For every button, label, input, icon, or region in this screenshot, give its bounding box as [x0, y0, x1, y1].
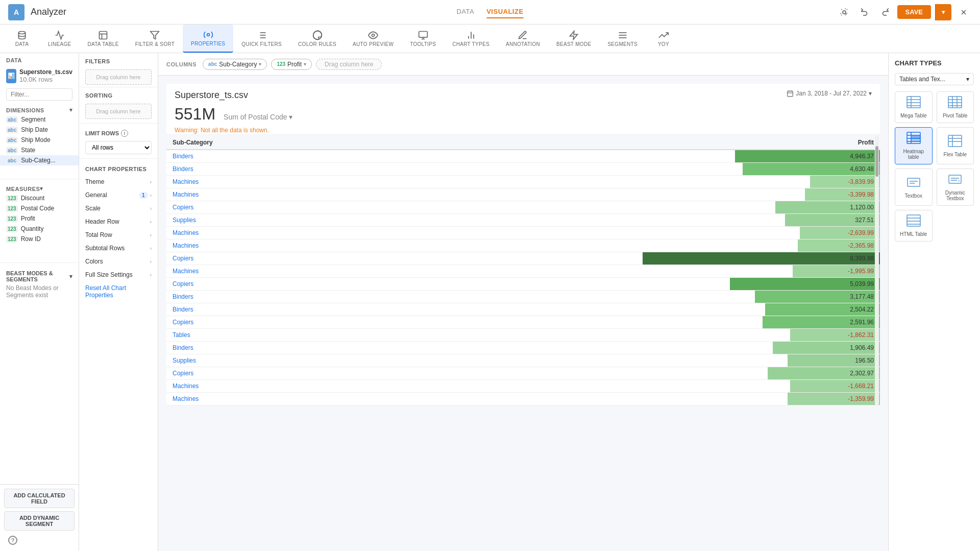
- subcategory-cell[interactable]: Binders: [166, 342, 630, 354]
- chart-summary-label[interactable]: Sum of Postal Code ▾: [224, 113, 292, 121]
- toolbar-yoy[interactable]: YOY: [646, 25, 681, 53]
- chart-prop-full-size[interactable]: Full Size Settings ›: [79, 268, 158, 281]
- chart-types-title: CHART TYPES: [895, 59, 974, 67]
- chart-type-flex-table[interactable]: Flex Table: [937, 127, 974, 164]
- chart-prop-theme[interactable]: Theme ›: [79, 175, 158, 188]
- toolbar-tooltips[interactable]: TOOLTIPS: [402, 25, 444, 53]
- subcategory-cell[interactable]: Binders: [166, 291, 630, 303]
- profit-cell: 8,399.98: [630, 252, 880, 265]
- subcategory-cell[interactable]: Copiers: [166, 367, 630, 380]
- chart-type-pivot-table[interactable]: Pivot Table: [937, 91, 974, 123]
- chart-prop-scale[interactable]: Scale ›: [79, 202, 158, 215]
- add-dynamic-segment-button[interactable]: ADD DYNAMIC SEGMENT: [4, 511, 75, 531]
- chart-prop-header-row[interactable]: Header Row ›: [79, 215, 158, 228]
- dim-item-state[interactable]: abc State: [0, 145, 79, 155]
- nav-visualize[interactable]: VISUALIZE: [486, 6, 523, 18]
- subcategory-cell[interactable]: Binders: [166, 303, 630, 316]
- svg-rect-50: [908, 178, 920, 186]
- measure-item-discount[interactable]: 123 Discount: [0, 193, 79, 203]
- measure-item-quantity[interactable]: 123 Quantity: [0, 224, 79, 234]
- profit-value: 2,591.96: [850, 319, 874, 326]
- subcategory-cell[interactable]: Machines: [166, 380, 630, 393]
- profit-cell: -2,639.99: [630, 227, 880, 239]
- subcategory-cell[interactable]: Machines: [166, 176, 630, 188]
- subcategory-cell[interactable]: Copiers: [166, 278, 630, 291]
- limit-rows-select[interactable]: All rows Top 10 Top 25 Top 100: [85, 141, 152, 154]
- redo-button[interactable]: [877, 4, 893, 20]
- subcategory-cell[interactable]: Copiers: [166, 252, 630, 265]
- subcategory-cell[interactable]: Machines: [166, 265, 630, 278]
- dim-item-shipdate[interactable]: abc Ship Date: [0, 125, 79, 135]
- save-dropdown-button[interactable]: ▾: [935, 4, 951, 20]
- date-range[interactable]: Jan 3, 2018 - Jul 27, 2022 ▾: [787, 90, 872, 97]
- toolbar-filter-sort[interactable]: FILTER & SORT: [127, 25, 183, 53]
- measure-item-postalcode[interactable]: 123 Postal Code: [0, 203, 79, 213]
- data-section-title[interactable]: DATA: [6, 57, 72, 63]
- dim-item-subcategory[interactable]: abc Sub-Categ...: [0, 155, 79, 165]
- toolbar-annotation[interactable]: ANNOTATION: [498, 25, 548, 53]
- close-button[interactable]: [955, 4, 972, 20]
- textbox-icon: [906, 176, 921, 191]
- toolbar-chart-types[interactable]: CHART TYPES: [444, 25, 498, 53]
- subcategory-cell[interactable]: Machines: [166, 239, 630, 252]
- subcategory-cell[interactable]: Tables: [166, 329, 630, 342]
- subcategory-cell[interactable]: Binders: [166, 150, 630, 163]
- toolbar-segments[interactable]: SEGMENTS: [599, 25, 646, 53]
- undo-button[interactable]: [856, 4, 873, 20]
- search-input[interactable]: [6, 88, 72, 101]
- toolbar-auto-preview[interactable]: AUTO PREVIEW: [345, 25, 402, 53]
- subcategory-cell[interactable]: Machines: [166, 227, 630, 239]
- chart-prop-general[interactable]: General 1 ›: [79, 188, 158, 202]
- profit-column-pill[interactable]: 123 Profit ▾: [271, 59, 312, 70]
- subcategory-cell[interactable]: Machines: [166, 188, 630, 201]
- limit-rows-info-icon: i: [121, 130, 128, 137]
- profit-value: 1,120.00: [850, 204, 874, 211]
- profit-cell: 3,177.48: [630, 291, 880, 303]
- toolbar-color-rules[interactable]: COLOR RULES: [290, 25, 345, 53]
- chart-types-dropdown[interactable]: Tables and Tex... ▾: [895, 73, 974, 85]
- profit-cell: -1,862.31: [630, 329, 880, 342]
- dim-item-shipmode[interactable]: abc Ship Mode: [0, 135, 79, 145]
- chart-type-mega-table[interactable]: Mega Table: [895, 91, 933, 123]
- measure-item-rowid[interactable]: 123 Row ID: [0, 234, 79, 244]
- chart-type-heatmap-table[interactable]: Heatmap table: [895, 127, 933, 164]
- chart-prop-colors[interactable]: Colors ›: [79, 255, 158, 268]
- measure-item-profit[interactable]: 123 Profit: [0, 213, 79, 224]
- add-calculated-field-button[interactable]: ADD CALCULATED FIELD: [4, 489, 75, 508]
- chart-prop-subtotal-rows[interactable]: Subtotal Rows ›: [79, 242, 158, 255]
- dimensions-section-title[interactable]: DIMENSIONS ▾: [6, 107, 72, 113]
- save-button[interactable]: SAVE: [897, 5, 931, 19]
- reset-chart-properties-link[interactable]: Reset All Chart Properties: [79, 281, 158, 302]
- measure-label-profit: Profit: [21, 215, 35, 222]
- toolbar-data-table[interactable]: DATA TABLE: [79, 25, 127, 53]
- subcategory-column-pill[interactable]: abc Sub-Category ▾: [203, 59, 267, 70]
- subcategory-cell[interactable]: Copiers: [166, 316, 630, 329]
- nav-data[interactable]: DATA: [456, 6, 474, 18]
- subcategory-cell[interactable]: Copiers: [166, 201, 630, 214]
- chart-type-textbox[interactable]: Textbox: [895, 169, 933, 206]
- beast-modes-title[interactable]: BEAST MODES & SEGMENTS ▾: [6, 270, 72, 282]
- subcategory-cell[interactable]: Supplies: [166, 214, 630, 227]
- chart-prop-total-row[interactable]: Total Row ›: [79, 228, 158, 242]
- filters-drag-zone[interactable]: Drag column here: [85, 69, 152, 85]
- profit-value: 4,946.37: [850, 153, 874, 160]
- subcategory-cell[interactable]: Binders: [166, 163, 630, 176]
- chart-type-dynamic-textbox[interactable]: # Dynamic Textbox: [937, 169, 974, 206]
- toolbar-lineage[interactable]: LINEAGE: [40, 25, 79, 53]
- subcategory-cell[interactable]: Supplies: [166, 354, 630, 367]
- datasource-item[interactable]: 📊 Superstore_ts.csv 10.0K rows: [0, 65, 79, 86]
- profit-cell: -3,399.98: [630, 188, 880, 201]
- chart-type-html-table[interactable]: HTML Table: [895, 210, 933, 242]
- html-table-icon: [906, 214, 921, 229]
- toolbar-quick-filters[interactable]: QUICK FILTERS: [233, 25, 290, 53]
- sorting-drag-zone[interactable]: Drag column here: [85, 104, 152, 119]
- measures-title[interactable]: MEASURES ▾: [6, 185, 43, 192]
- toolbar-beast-mode[interactable]: BEAST MODE: [548, 25, 599, 53]
- magic-wand-button[interactable]: [836, 4, 852, 20]
- subcategory-cell[interactable]: Machines: [166, 393, 630, 405]
- dim-item-segment[interactable]: abc Segment: [0, 114, 79, 125]
- help-icon[interactable]: ?: [8, 536, 17, 545]
- toolbar-properties[interactable]: PROPERTIES: [183, 25, 233, 53]
- toolbar-data[interactable]: DATA: [4, 25, 40, 53]
- drag-column-zone[interactable]: Drag column here: [316, 59, 382, 70]
